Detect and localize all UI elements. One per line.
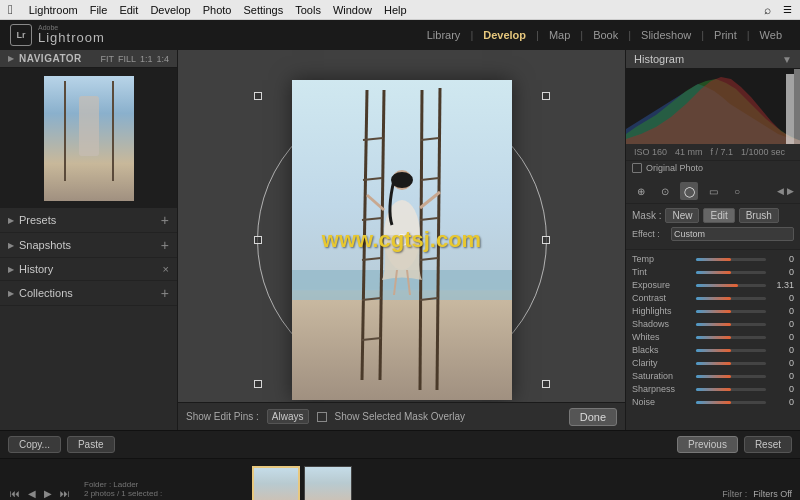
show-edit-pins-value[interactable]: Always <box>267 409 309 424</box>
show-mask-checkbox[interactable] <box>317 412 327 422</box>
snapshots-add-button[interactable]: + <box>161 238 169 252</box>
menu-tools[interactable]: Tools <box>295 4 321 16</box>
zoom-1to1[interactable]: 1:1 <box>140 54 153 64</box>
film-next-button[interactable]: ▶ <box>42 487 54 500</box>
collections-section[interactable]: ▶ Collections + <box>0 281 177 306</box>
lr-icon: Lr <box>10 24 32 46</box>
heal-tool-icon[interactable]: ⊙ <box>656 182 674 200</box>
adj-contrast-value: 0 <box>770 293 794 303</box>
menu-bar:  Lightroom File Edit Develop Photo Sett… <box>0 0 800 20</box>
module-library[interactable]: Library <box>419 27 469 43</box>
crop-tool-icon[interactable]: ⊕ <box>632 182 650 200</box>
snapshots-section[interactable]: ▶ Snapshots + <box>0 233 177 258</box>
original-photo-checkbox[interactable] <box>632 163 642 173</box>
menu-edit[interactable]: Edit <box>119 4 138 16</box>
effect-value[interactable]: Custom <box>671 227 794 241</box>
menu-develop[interactable]: Develop <box>150 4 190 16</box>
module-slideshow[interactable]: Slideshow <box>633 27 699 43</box>
filmstrip-thumb-1[interactable] <box>252 466 300 501</box>
right-actions: Previous Reset <box>677 436 792 453</box>
module-map[interactable]: Map <box>541 27 578 43</box>
adj-whites-value: 0 <box>770 332 794 342</box>
crop-handle-ml[interactable] <box>254 236 262 244</box>
nav-ladder-right <box>112 81 114 181</box>
filter-value[interactable]: Filters Off <box>753 489 792 499</box>
mask-edit-button[interactable]: Edit <box>703 208 734 223</box>
zoom-fill[interactable]: FILL <box>118 54 136 64</box>
zoom-1to4[interactable]: 1:4 <box>156 54 169 64</box>
filmstrip-right: Filter : Filters Off <box>722 489 792 499</box>
histogram-title: Histogram <box>634 53 684 65</box>
module-book[interactable]: Book <box>585 27 626 43</box>
presets-add-button[interactable]: + <box>161 213 169 227</box>
navigator-preview[interactable] <box>0 68 177 208</box>
reset-button[interactable]: Reset <box>744 436 792 453</box>
grad-tool-icon[interactable]: ▭ <box>704 182 722 200</box>
mask-brush-button[interactable]: Brush <box>739 208 779 223</box>
photo-count: 2 photos / 1 selected : <box>84 489 242 498</box>
menu-lightroom[interactable]: Lightroom <box>29 4 78 16</box>
film-last-button[interactable]: ⏭ <box>58 487 72 500</box>
adj-noise-slider[interactable] <box>696 401 766 404</box>
lightroom-label: Lightroom <box>38 31 105 45</box>
presets-section[interactable]: ▶ Presets + <box>0 208 177 233</box>
menu-settings[interactable]: Settings <box>243 4 283 16</box>
previous-button[interactable]: Previous <box>677 436 738 453</box>
center-area: www.cgtsj.com Show Edit Pins : Always Sh… <box>178 50 625 430</box>
adj-exposure-slider[interactable] <box>696 284 766 287</box>
adj-clarity-slider[interactable] <box>696 362 766 365</box>
menu-window[interactable]: Window <box>333 4 372 16</box>
brush-tool-icon[interactable]: ○ <box>728 182 746 200</box>
radial-tool-icon[interactable]: ◯ <box>680 182 698 200</box>
panel-arrow-right[interactable]: ▶ <box>787 186 794 196</box>
copy-button[interactable]: Copy... <box>8 436 61 453</box>
adj-whites-label: Whites <box>632 332 692 342</box>
left-panel: ▶ Navigator FIT FILL 1:1 1:4 ▶ Presets <box>0 50 178 430</box>
history-clear-button[interactable]: × <box>163 263 169 275</box>
adj-temp-value: 0 <box>770 254 794 264</box>
module-develop[interactable]: Develop <box>475 27 534 43</box>
zoom-fit[interactable]: FIT <box>100 54 114 64</box>
film-prev-button[interactable]: ◀ <box>26 487 38 500</box>
crop-handle-tl[interactable] <box>254 92 262 100</box>
film-first-button[interactable]: ⏮ <box>8 487 22 500</box>
shutter-value: 1/1000 sec <box>741 147 785 157</box>
panel-arrow-left[interactable]: ◀ <box>777 186 784 196</box>
mask-row: Mask : New Edit Brush <box>632 208 794 223</box>
mask-new-button[interactable]: New <box>665 208 699 223</box>
adj-saturation-slider[interactable] <box>696 375 766 378</box>
focal-value: 41 mm <box>675 147 703 157</box>
adj-blacks-slider[interactable] <box>696 349 766 352</box>
adj-whites-slider[interactable] <box>696 336 766 339</box>
adj-sharpness-slider[interactable] <box>696 388 766 391</box>
history-section[interactable]: ▶ History × <box>0 258 177 281</box>
apple-logo[interactable]:  <box>8 2 13 17</box>
adj-blacks-value: 0 <box>770 345 794 355</box>
adj-highlights-slider[interactable] <box>696 310 766 313</box>
done-button[interactable]: Done <box>569 408 617 426</box>
module-print[interactable]: Print <box>706 27 745 43</box>
collections-add-button[interactable]: + <box>161 286 169 300</box>
filmstrip-thumb-2[interactable] <box>304 466 352 501</box>
search-icon[interactable]: ⌕ <box>764 3 771 17</box>
adj-tint-slider[interactable] <box>696 271 766 274</box>
crop-handle-br[interactable] <box>542 380 550 388</box>
paste-button[interactable]: Paste <box>67 436 115 453</box>
adj-contrast: Contrast 0 <box>632 293 794 303</box>
adj-temp-slider[interactable] <box>696 258 766 261</box>
adj-tint-value: 0 <box>770 267 794 277</box>
adj-shadows-slider[interactable] <box>696 323 766 326</box>
crop-handle-bl[interactable] <box>254 380 262 388</box>
adj-contrast-slider[interactable] <box>696 297 766 300</box>
histogram-collapse[interactable]: ▼ <box>782 54 792 65</box>
adjustments-panel: Temp 0 Tint 0 Exposure 1.31 <box>626 250 800 430</box>
menu-file[interactable]: File <box>90 4 108 16</box>
menu-photo[interactable]: Photo <box>203 4 232 16</box>
adj-sharpness-value: 0 <box>770 384 794 394</box>
crop-handle-mr[interactable] <box>542 236 550 244</box>
main-image-container[interactable]: www.cgtsj.com <box>292 80 512 400</box>
adj-shadows-value: 0 <box>770 319 794 329</box>
menu-help[interactable]: Help <box>384 4 407 16</box>
crop-handle-tr[interactable] <box>542 92 550 100</box>
module-web[interactable]: Web <box>752 27 790 43</box>
